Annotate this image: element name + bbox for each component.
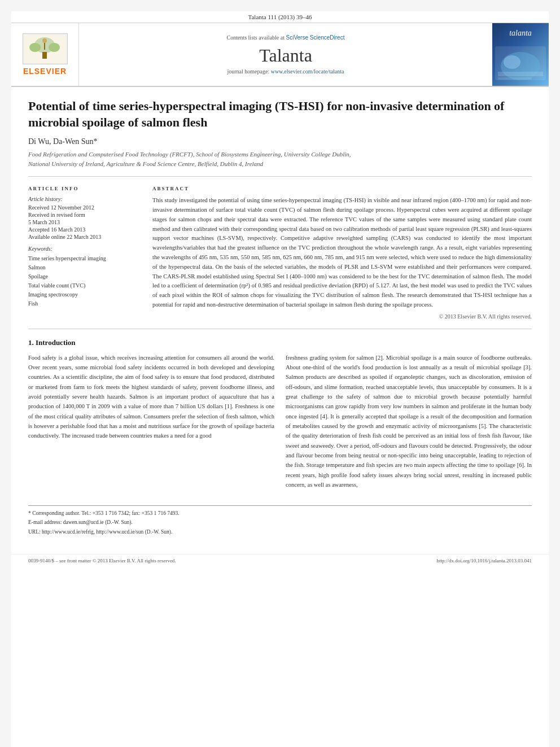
svg-rect-2 — [42, 52, 47, 59]
journal-header: ELSEVIER Contents lists available at Sci… — [11, 23, 549, 87]
elsevier-logo-section: ELSEVIER — [11, 23, 79, 86]
doi-text: http://dx.doi.org/10.1016/j.talanta.2013… — [436, 558, 532, 563]
citation-text: Talanta 111 (2013) 39–46 — [248, 14, 312, 20]
abstract-text: This study investigated the potential of… — [152, 196, 532, 310]
article-info-column: ARTICLE INFO Article history: Received 1… — [28, 186, 141, 320]
journal-cover-art: talanta — [492, 23, 549, 86]
keyword-item: Fish — [28, 299, 141, 308]
section-title: 1. Introduction — [28, 338, 532, 347]
svg-point-5 — [42, 38, 47, 43]
authors: Di Wu, Da-Wen Sun* — [28, 137, 532, 146]
svg-point-4 — [49, 43, 60, 52]
section-divider — [28, 329, 532, 329]
bottom-bar: 0039-9140/$ – see front matter © 2013 El… — [11, 554, 549, 567]
copyright-line: © 2013 Elsevier B.V. All rights reserved… — [152, 313, 532, 320]
article-info-heading: ARTICLE INFO — [28, 186, 141, 191]
email-address: E-mail address: dawen.sun@ucd.ie (D.-W. … — [28, 518, 532, 526]
keyword-item: Salmon — [28, 263, 141, 272]
available-date: Available online 22 March 2013 — [28, 234, 141, 240]
svg-point-9 — [504, 55, 520, 69]
article-info-abstract-section: ARTICLE INFO Article history: Received 1… — [28, 186, 532, 320]
svg-rect-10 — [498, 72, 543, 76]
contents-line: Contents lists available at SciVerse Sci… — [227, 34, 345, 41]
keywords-list: Time series hyperspectral imagingSalmonS… — [28, 254, 141, 308]
cover-journal-name: talanta — [509, 29, 532, 38]
journal-info-center: Contents lists available at SciVerse Sci… — [79, 23, 492, 86]
intro-para-right-1: freshness grading system for salmon [2].… — [286, 353, 532, 490]
accepted-date: Accepted 16 March 2013 — [28, 226, 141, 233]
main-content: Potential of time series-hyperspectral i… — [11, 87, 549, 548]
homepage-link[interactable]: www.elsevier.com/locate/talanta — [271, 68, 344, 75]
intro-col-right: freshness grading system for salmon [2].… — [286, 353, 532, 494]
svg-point-3 — [29, 43, 41, 52]
issn-text: 0039-9140/$ – see front matter © 2013 El… — [28, 558, 176, 563]
sciverse-link[interactable]: SciVerse ScienceDirect — [286, 34, 345, 41]
abstract-column: ABSTRACT This study investigated the pot… — [152, 186, 532, 320]
intro-columns: Food safety is a global issue, which rec… — [28, 353, 532, 494]
footnote-section: * Corresponding author. Tel.: +353 1 716… — [28, 505, 532, 536]
received-revised-date: 5 March 2013 — [28, 219, 141, 225]
journal-cover: talanta — [492, 23, 549, 86]
abstract-heading: ABSTRACT — [152, 186, 532, 191]
journal-homepage: journal homepage: www.elsevier.com/locat… — [227, 68, 344, 75]
elsevier-tree-logo — [23, 33, 68, 64]
url-line: URL: http://www.ucd.ie/refrig, http://ww… — [28, 528, 532, 536]
page: Talanta 111 (2013) 39–46 — [11, 11, 549, 747]
keyword-item: Spoilage — [28, 272, 141, 281]
elsevier-logo: ELSEVIER — [23, 33, 68, 76]
received-date1: Received 12 November 2012 — [28, 204, 141, 211]
article-title: Potential of time series-hyperspectral i… — [28, 98, 532, 130]
journal-title: Talanta — [259, 45, 312, 66]
svg-rect-11 — [498, 77, 532, 80]
received-revised-label: Received in revised form — [28, 212, 141, 218]
history-label: Article history: — [28, 196, 141, 202]
keyword-item: Imaging spectroscopy — [28, 290, 141, 299]
keywords-label: Keywords: — [28, 246, 141, 252]
introduction-section: 1. Introduction Food safety is a global … — [28, 338, 532, 494]
corresponding-author: * Corresponding author. Tel.: +353 1 716… — [28, 509, 532, 517]
keyword-item: Time series hyperspectral imaging — [28, 254, 141, 263]
intro-col-left: Food safety is a global issue, which rec… — [28, 353, 274, 494]
keyword-item: Total viable count (TVC) — [28, 281, 141, 290]
elsevier-brand-text: ELSEVIER — [23, 67, 67, 76]
citation-bar: Talanta 111 (2013) 39–46 — [11, 11, 549, 23]
intro-para-left-1: Food safety is a global issue, which rec… — [28, 353, 274, 441]
affiliation: Food Refrigeration and Computerised Food… — [28, 150, 532, 177]
